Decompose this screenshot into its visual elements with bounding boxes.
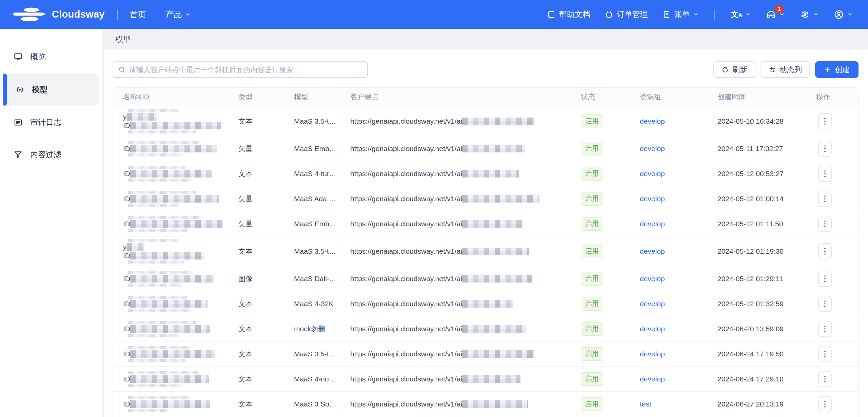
- sidebar-item-content-filter[interactable]: 内容过滤: [0, 139, 102, 171]
- redacted-blur: [462, 350, 534, 358]
- model-cell: MaaS 3.5-t…: [294, 350, 350, 358]
- column-header-actions: 操作: [816, 92, 858, 102]
- type-cell: 文本: [238, 324, 294, 334]
- endpoint-cell: https://genaiapi.cloudsway.net/v1/ai: [350, 220, 581, 228]
- resource-group-link[interactable]: test: [640, 400, 651, 408]
- help-doc-icon: [547, 11, 555, 19]
- refresh-button[interactable]: 刷新: [713, 61, 755, 78]
- endpoint-cell: https://genaiapi.cloudsway.net/v1/ai: [350, 247, 581, 255]
- resource-group-link[interactable]: develop: [640, 275, 665, 283]
- redacted-blur: [128, 334, 179, 337]
- search-input[interactable]: [129, 66, 362, 74]
- table-row: ID 文本 MaaS 4-tur… https://genaiapi.cloud…: [113, 161, 858, 186]
- model-cell: MaaS 4-32K: [294, 300, 350, 308]
- resource-group-link[interactable]: develop: [640, 220, 665, 228]
- brand[interactable]: Cloudsway: [12, 7, 105, 22]
- sidebar-item-audit-log[interactable]: 审计日志: [0, 106, 102, 139]
- kebab-icon: [824, 221, 826, 227]
- created-at-cell: 2024-05-12 01:00:14: [717, 195, 816, 203]
- table-row: ID 文本 MaaS 3 So… https://genaiapi.clouds…: [113, 392, 858, 417]
- redacted-blur: [128, 296, 187, 299]
- sidebar-item-overview[interactable]: 概览: [0, 41, 102, 73]
- toolbar: 刷新 动态列 创建: [113, 61, 859, 78]
- status-badge: 启用: [581, 142, 603, 155]
- row-actions-button[interactable]: [818, 166, 832, 182]
- redacted-blur: [130, 275, 214, 283]
- chevron-down-icon: [745, 12, 751, 17]
- main-area: 模型 刷新 动态列: [102, 29, 868, 417]
- content-filter-icon: [14, 150, 23, 159]
- redacted-blur: [128, 409, 169, 412]
- row-actions-button[interactable]: [818, 296, 832, 312]
- account-button[interactable]: [834, 9, 853, 20]
- row-actions-button[interactable]: [818, 243, 832, 259]
- row-actions-button[interactable]: [818, 321, 832, 337]
- status-badge: 启用: [581, 297, 603, 311]
- redacted-blur: [128, 346, 191, 349]
- row-actions-button[interactable]: [818, 216, 832, 232]
- redacted-blur: [128, 229, 187, 232]
- model-cell: MaaS Ada …: [294, 195, 350, 203]
- nav-link-home[interactable]: 首页: [130, 9, 146, 20]
- redacted-blur: [128, 204, 179, 207]
- help-docs-link[interactable]: 帮助文档: [547, 9, 590, 20]
- redacted-blur: [130, 300, 208, 308]
- endpoint-cell: https://genaiapi.cloudsway.net/v1/ai: [350, 300, 581, 308]
- resource-group-link[interactable]: develop: [640, 375, 665, 383]
- resource-group-link[interactable]: develop: [640, 145, 665, 152]
- redacted-blur: [462, 400, 528, 408]
- resource-group-link[interactable]: develop: [640, 170, 665, 178]
- resource-group-link[interactable]: develop: [640, 117, 665, 125]
- column-header-resource-group: 资源组: [640, 92, 717, 102]
- column-header-model: 模型: [294, 92, 350, 102]
- row-actions-button[interactable]: [818, 346, 832, 362]
- row-actions-button[interactable]: [818, 113, 832, 129]
- name-id-cell: ID: [113, 296, 238, 312]
- resource-group-link[interactable]: develop: [640, 195, 665, 203]
- redacted-blur: [462, 325, 526, 333]
- billing-link[interactable]: 账单: [663, 9, 699, 20]
- order-icon: [605, 11, 613, 19]
- row-actions-button[interactable]: [818, 141, 832, 157]
- redacted-blur: [128, 109, 179, 112]
- kebab-icon: [824, 351, 826, 357]
- dynamic-columns-button[interactable]: 动态列: [761, 61, 810, 78]
- redacted-blur: [128, 359, 185, 362]
- type-cell: 文本: [238, 117, 294, 126]
- endpoint-cell: https://genaiapi.cloudsway.net/v1/ai: [350, 325, 581, 333]
- order-management-link[interactable]: 订单管理: [605, 9, 648, 20]
- redacted-blur: [128, 396, 189, 399]
- resource-group-link[interactable]: develop: [640, 325, 665, 333]
- name-id-cell: ID: [113, 271, 238, 287]
- resource-group-link[interactable]: develop: [640, 300, 665, 308]
- type-cell: 文本: [238, 374, 294, 384]
- plus-icon: [824, 66, 831, 74]
- endpoint-cell: https://genaiapi.cloudsway.net/v1/ai: [350, 350, 581, 358]
- redacted-blur: [128, 166, 185, 169]
- column-header-status: 状态: [581, 92, 640, 102]
- resource-group-link[interactable]: develop: [640, 350, 665, 358]
- name-id-cell: ID: [113, 396, 238, 412]
- sidebar-item-models[interactable]: 模型: [3, 74, 99, 106]
- user-icon: [834, 9, 844, 20]
- models-table: 名称&ID 类型 模型 客户端点 状态 资源组 创建时间 操作 y ID 文本 …: [113, 87, 859, 417]
- resource-group-link[interactable]: develop: [640, 247, 665, 255]
- support-button[interactable]: 1: [766, 9, 785, 20]
- row-actions-button[interactable]: [818, 191, 832, 207]
- row-actions-button[interactable]: [818, 371, 832, 387]
- row-actions-button[interactable]: [818, 271, 832, 287]
- table-row: ID 文本 MaaS 4-no… https://genaiapi.clouds…: [113, 367, 858, 392]
- redacted-blur: [130, 400, 210, 408]
- search-icon: [118, 66, 126, 74]
- row-actions-button[interactable]: [818, 396, 832, 412]
- sidebar: 概览 模型 审计日志 内容过滤: [0, 29, 102, 417]
- table-row: ID 矢量 MaaS Ada … https://genaiapi.clouds…: [113, 186, 858, 211]
- redacted-blur: [462, 275, 532, 283]
- svg-text:$: $: [804, 13, 806, 17]
- language-switcher-button[interactable]: 文A: [731, 11, 751, 18]
- redacted-blur: [128, 130, 196, 133]
- billing-exchange-button[interactable]: $: [800, 9, 819, 20]
- nav-link-products[interactable]: 产品: [166, 9, 191, 20]
- table-row: ID 文本 MaaS 4-32K https://genaiapi.clouds…: [113, 291, 858, 316]
- create-button[interactable]: 创建: [815, 61, 859, 78]
